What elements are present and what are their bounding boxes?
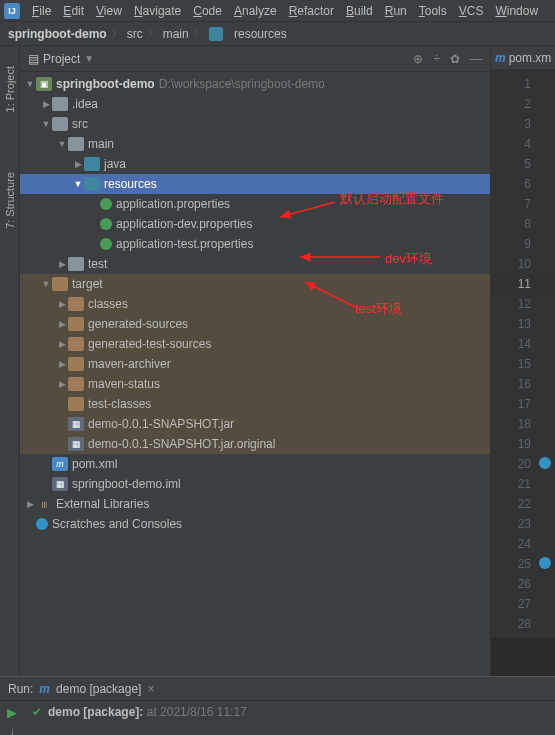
chevron-right-icon: 〉: [193, 25, 205, 42]
tree-target[interactable]: target: [20, 274, 490, 294]
gutter-line[interactable]: 21: [491, 474, 555, 494]
menu-navigate[interactable]: Navigate: [128, 2, 187, 20]
project-tree[interactable]: ▣springboot-demoD:\workspace\springboot-…: [20, 72, 490, 676]
gutter-line[interactable]: 13: [491, 314, 555, 334]
hide-icon[interactable]: —: [470, 52, 482, 66]
gutter-line[interactable]: 4: [491, 134, 555, 154]
run-toolbar: ▶ ↓: [0, 701, 24, 735]
breadcrumb[interactable]: springboot-demo 〉 src 〉 main 〉 resources: [0, 22, 555, 46]
gutter-mark-icon[interactable]: [539, 557, 551, 569]
tree-app-dev[interactable]: application-dev.properties: [20, 214, 490, 234]
gutter-line[interactable]: 25: [491, 554, 555, 574]
gutter-line[interactable]: 27: [491, 594, 555, 614]
gutter-line[interactable]: 28: [491, 614, 555, 634]
tree-ext-lib[interactable]: ⫼External Libraries: [20, 494, 490, 514]
gutter-line[interactable]: 20: [491, 454, 555, 474]
tree-gen-test[interactable]: generated-test-sources: [20, 334, 490, 354]
run-label: Run:: [8, 682, 33, 696]
tool-window-stripe: 1: Project 7: Structure: [0, 46, 20, 676]
tree-idea[interactable]: .idea: [20, 94, 490, 114]
locate-icon[interactable]: ⊕: [413, 52, 423, 66]
gutter-line[interactable]: 16: [491, 374, 555, 394]
editor: mpom.xml 1234567891011121314151617181920…: [490, 46, 555, 676]
crumb-main[interactable]: main: [163, 27, 189, 41]
gutter-line[interactable]: 22: [491, 494, 555, 514]
maven-icon: m: [39, 682, 50, 696]
gutter-line[interactable]: 3: [491, 114, 555, 134]
gutter-line[interactable]: 5: [491, 154, 555, 174]
tree-classes[interactable]: classes: [20, 294, 490, 314]
panel-header: ▤ Project ▼ ⊕ ÷ ✿ —: [20, 46, 490, 72]
gear-icon[interactable]: ✿: [450, 52, 460, 66]
tree-jar-orig[interactable]: ▦demo-0.0.1-SNAPSHOT.jar.original: [20, 434, 490, 454]
crumb-project[interactable]: springboot-demo: [8, 27, 107, 41]
tree-main[interactable]: main: [20, 134, 490, 154]
app-logo: IJ: [4, 3, 20, 19]
gutter-line[interactable]: 1: [491, 74, 555, 94]
gutter-line[interactable]: 15: [491, 354, 555, 374]
gutter-line[interactable]: 9: [491, 234, 555, 254]
menu-vcs[interactable]: VCS: [453, 2, 490, 20]
run-time: at 2021/8/16 11:17: [147, 705, 247, 719]
tree-root[interactable]: ▣springboot-demoD:\workspace\springboot-…: [20, 74, 490, 94]
crumb-resources[interactable]: resources: [209, 27, 287, 41]
tree-iml[interactable]: ▦springboot-demo.iml: [20, 474, 490, 494]
gutter-line[interactable]: 24: [491, 534, 555, 554]
menu-run[interactable]: Run: [379, 2, 413, 20]
run-header: Run: m demo [package] ×: [0, 677, 555, 701]
gutter-line[interactable]: 19: [491, 434, 555, 454]
chevron-right-icon: 〉: [147, 25, 159, 42]
play-icon[interactable]: ▶: [7, 705, 17, 720]
close-icon[interactable]: ×: [147, 682, 154, 696]
menu-refactor[interactable]: Refactor: [283, 2, 340, 20]
gutter-line[interactable]: 2: [491, 94, 555, 114]
editor-tab-pom[interactable]: mpom.xml: [491, 46, 555, 70]
gutter-line[interactable]: 6: [491, 174, 555, 194]
stop-icon[interactable]: ↓: [9, 724, 15, 735]
gutter-mark-icon[interactable]: [539, 457, 551, 469]
tree-gen-src[interactable]: generated-sources: [20, 314, 490, 334]
menu-analyze[interactable]: Analyze: [228, 2, 283, 20]
tree-app-prop[interactable]: application.properties: [20, 194, 490, 214]
chevron-down-icon: ▼: [84, 53, 94, 64]
tree-scratch[interactable]: Scratches and Consoles: [20, 514, 490, 534]
tree-resources[interactable]: resources: [20, 174, 490, 194]
tree-src[interactable]: src: [20, 114, 490, 134]
menu-window[interactable]: Window: [489, 2, 544, 20]
tree-mvn-arch[interactable]: maven-archiver: [20, 354, 490, 374]
menubar: IJ FileEditViewNavigateCodeAnalyzeRefact…: [0, 0, 555, 22]
run-output[interactable]: ✔ demo [package]: at 2021/8/16 11:17: [24, 701, 555, 735]
tree-mvn-stat[interactable]: maven-status: [20, 374, 490, 394]
crumb-src[interactable]: src: [127, 27, 143, 41]
tree-pom[interactable]: mpom.xml: [20, 454, 490, 474]
gutter-line[interactable]: 8: [491, 214, 555, 234]
chevron-right-icon: 〉: [111, 25, 123, 42]
tree-app-test[interactable]: application-test.properties: [20, 234, 490, 254]
gutter-line[interactable]: 17: [491, 394, 555, 414]
run-config[interactable]: demo [package]: [56, 682, 141, 696]
tree-test-cls[interactable]: test-classes: [20, 394, 490, 414]
menu-file[interactable]: File: [26, 2, 57, 20]
menu-tools[interactable]: Tools: [413, 2, 453, 20]
gutter-line[interactable]: 18: [491, 414, 555, 434]
gutter-line[interactable]: 10: [491, 254, 555, 274]
menu-edit[interactable]: Edit: [57, 2, 90, 20]
gutter-line[interactable]: 14: [491, 334, 555, 354]
gutter-line[interactable]: 7: [491, 194, 555, 214]
menu-build[interactable]: Build: [340, 2, 379, 20]
panel-title[interactable]: ▤ Project ▼: [28, 52, 407, 66]
editor-gutter[interactable]: 1234567891011121314151617181920212223242…: [491, 70, 555, 638]
tree-java[interactable]: java: [20, 154, 490, 174]
tree-test[interactable]: test: [20, 254, 490, 274]
menu-code[interactable]: Code: [187, 2, 228, 20]
tree-jar[interactable]: ▦demo-0.0.1-SNAPSHOT.jar: [20, 414, 490, 434]
gutter-line[interactable]: 26: [491, 574, 555, 594]
gutter-line[interactable]: 23: [491, 514, 555, 534]
menu-view[interactable]: View: [90, 2, 128, 20]
gutter-line[interactable]: 11: [491, 274, 555, 294]
collapse-icon[interactable]: ÷: [433, 52, 440, 66]
check-icon: ✔: [32, 705, 42, 719]
sidebar-tab-project[interactable]: 1: Project: [4, 66, 16, 112]
gutter-line[interactable]: 12: [491, 294, 555, 314]
sidebar-tab-structure[interactable]: 7: Structure: [4, 172, 16, 229]
